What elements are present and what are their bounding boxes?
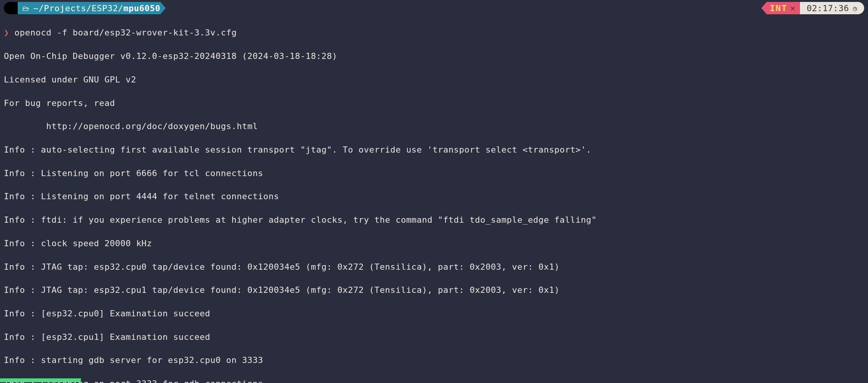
output-line: Info : Listening on port 6666 for tcl co…	[4, 168, 864, 179]
prompt-symbol: ❯	[4, 28, 9, 37]
output-line: Info : JTAG tap: esp32.cpu0 tap/device f…	[4, 261, 864, 273]
status-bar-segment	[0, 378, 81, 382]
output-line: Info : auto-selecting first available se…	[4, 144, 864, 156]
output-line: Info : ftdi: if you experience problems …	[4, 214, 864, 226]
close-icon: ✕	[791, 2, 796, 14]
output-line: Info : starting gdb server for esp32.cpu…	[4, 354, 864, 366]
output-line: Info : Listening on port 4444 for telnet…	[4, 191, 864, 202]
header-left-group: 🗁 ~/Projects/ESP32/mpu6050	[4, 2, 166, 14]
command-text: openocd -f board/esp32-wrover-kit-3.3v.c…	[15, 28, 237, 37]
folder-icon: 🗁	[22, 3, 30, 13]
output-line: http://openocd.org/doc/doxygen/bugs.html	[4, 121, 864, 132]
os-badge	[4, 2, 18, 14]
output-line: Info : clock speed 20000 kHz	[4, 238, 864, 249]
output-line: Licensed under GNU GPL v2	[4, 74, 864, 86]
time-value: 02:17:36	[807, 2, 849, 15]
output-line: Info : [esp32.cpu1] Examination succeed	[4, 331, 864, 343]
mode-badge: INT ✕	[761, 2, 800, 14]
command-line: ❯ openocd -f board/esp32-wrover-kit-3.3v…	[4, 27, 864, 39]
output-line: Info : [esp32.cpu0] Examination succeed	[4, 308, 864, 319]
cwd-badge: 🗁 ~/Projects/ESP32/mpu6050	[18, 2, 166, 14]
terminal-body[interactable]: ❯ openocd -f board/esp32-wrover-kit-3.3v…	[0, 15, 868, 383]
output-line: Open On-Chip Debugger v0.12.0-esp32-2024…	[4, 50, 864, 62]
output-line: Info : Listening on port 3333 for gdb co…	[4, 378, 864, 383]
terminal-header: 🗁 ~/Projects/ESP32/mpu6050 INT ✕ 02:17:3…	[0, 0, 868, 15]
mode-label: INT	[770, 2, 788, 15]
time-badge: 02:17:36 ◷	[800, 2, 864, 14]
cwd-path-prefix: ~/Projects/ESP32/	[34, 2, 124, 15]
cwd-path-current: mpu6050	[123, 2, 160, 15]
status-bar	[0, 378, 81, 383]
clock-icon: ◷	[853, 3, 857, 13]
output-line: Info : JTAG tap: esp32.cpu1 tap/device f…	[4, 284, 864, 296]
output-line: For bug reports, read	[4, 97, 864, 109]
header-right-group: INT ✕ 02:17:36 ◷	[761, 2, 864, 14]
